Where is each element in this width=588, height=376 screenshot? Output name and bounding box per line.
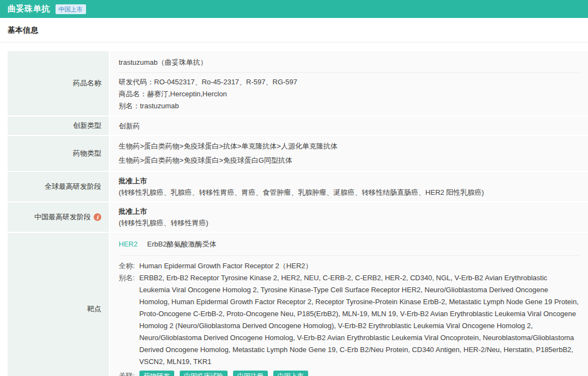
drug-rd-code: 研发代码：RO-0452317、Ro-45-2317、R-597、RG-597 [119,76,579,88]
target-gene-link[interactable]: HER2 [119,240,138,248]
global-stage-name: 批准上市 [119,175,579,187]
basic-info-table: 药品名称 trastuzumab（曲妥珠单抗） 研发代码：RO-0452317、… [8,51,588,376]
relation-badge-china-clinical-trial[interactable]: 中国临床试验 [180,371,228,376]
drug-name-value: trastuzumab（曲妥珠单抗） 研发代码：RO-0452317、Ro-45… [110,51,588,115]
relation-badge-china-listed[interactable]: 中国上市 [273,371,308,376]
target-fullname-key: 全称: [119,260,135,272]
china-stage-value: 批准上市 (转移性乳腺癌、转移性胃癌) [110,202,588,232]
china-listed-badge: 中国上市 [56,4,86,14]
drug-name-primary: trastuzumab（曲妥珠单抗） [119,54,579,73]
drug-title: 曲妥珠单抗 [8,4,50,14]
relation-badge-drug-rd[interactable]: 药物研发 [139,371,174,376]
basic-info-section-header: 基本信息 [0,18,588,42]
row-drug-type: 药物类型 生物药>蛋白类药物>免疫球蛋白>抗体>单克隆抗体>人源化单克隆抗体 生… [8,136,588,171]
info-icon[interactable]: i [94,213,101,221]
global-stage-value: 批准上市 (转移性乳腺癌、乳腺癌、转移性胃癌、胃癌、食管肿瘤、乳腺肿瘤、涎腺癌、… [110,172,588,201]
china-stage-name: 批准上市 [119,206,579,217]
relation-badge-china-registration[interactable]: 中国注册 [233,371,268,376]
target-alias-value: ERBB2, Erb-B2 Receptor Tyrosine Kinase 2… [139,272,579,368]
drug-header-bar: 曲妥珠单抗 中国上市 [0,0,588,18]
china-stage-label-text: 中国最高研发阶段 [34,212,91,222]
innovation-type-label: 创新类型 [8,116,109,135]
target-label: 靶点 [8,233,109,376]
target-alias-key: 别名: [119,272,135,368]
target-fullname-value: Human Epidermal Growth Factor Receptor 2… [139,260,579,272]
target-fullname-line: 全称: Human Epidermal Growth Factor Recept… [119,260,579,272]
china-stage-label: 中国最高研发阶段 i [8,202,109,232]
target-head: HER2 ErbB2酪氨酸激酶受体 [119,236,579,256]
row-global-highest-stage: 全球最高研发阶段 批准上市 (转移性乳腺癌、乳腺癌、转移性胃癌、胃癌、食管肿瘤、… [8,172,588,201]
row-drug-name: 药品名称 trastuzumab（曲妥珠单抗） 研发代码：RO-0452317、… [8,51,588,115]
target-gene-desc: ErbB2酪氨酸激酶受体 [147,240,216,248]
target-relation-key: 关联: [119,370,135,376]
drug-type-line-1: 生物药>蛋白类药物>免疫球蛋白>抗体>单克隆抗体>人源化单克隆抗体 [119,139,579,153]
drug-name-label: 药品名称 [8,51,109,115]
drug-type-label: 药物类型 [8,136,109,171]
global-stage-indications: (转移性乳腺癌、乳腺癌、转移性胃癌、胃癌、食管肿瘤、乳腺肿瘤、涎腺癌、转移性结肠… [119,187,579,198]
innovation-type-value: 创新药 [110,116,588,135]
china-stage-indications: (转移性乳腺癌、转移性胃癌) [119,217,579,229]
target-alias-line: 别名: ERBB2, Erb-B2 Receptor Tyrosine Kina… [119,272,579,368]
target-value: HER2 ErbB2酪氨酸激酶受体 全称: Human Epidermal Gr… [110,233,588,376]
drug-type-value: 生物药>蛋白类药物>免疫球蛋白>抗体>单克隆抗体>人源化单克隆抗体 生物药>蛋白… [110,136,588,171]
row-target: 靶点 HER2 ErbB2酪氨酸激酶受体 全称: Human Epidermal… [8,233,588,376]
global-stage-label: 全球最高研发阶段 [8,172,109,201]
innovation-type-text: 创新药 [119,120,579,132]
drug-type-line-2: 生物药>蛋白类药物>免疫球蛋白>免疫球蛋白G同型抗体 [119,153,579,168]
target-relation-line: 关联: 药物研发 中国临床试验 中国注册 中国上市 [119,370,579,376]
drug-alias: 别名：trastuzumab [119,100,579,112]
drug-trade-name: 商品名：赫赛汀,Herceptin,Herclon [119,88,579,100]
row-innovation-type: 创新类型 创新药 [8,116,588,135]
row-china-highest-stage: 中国最高研发阶段 i 批准上市 (转移性乳腺癌、转移性胃癌) [8,202,588,232]
section-title-basic-info: 基本信息 [8,26,38,34]
